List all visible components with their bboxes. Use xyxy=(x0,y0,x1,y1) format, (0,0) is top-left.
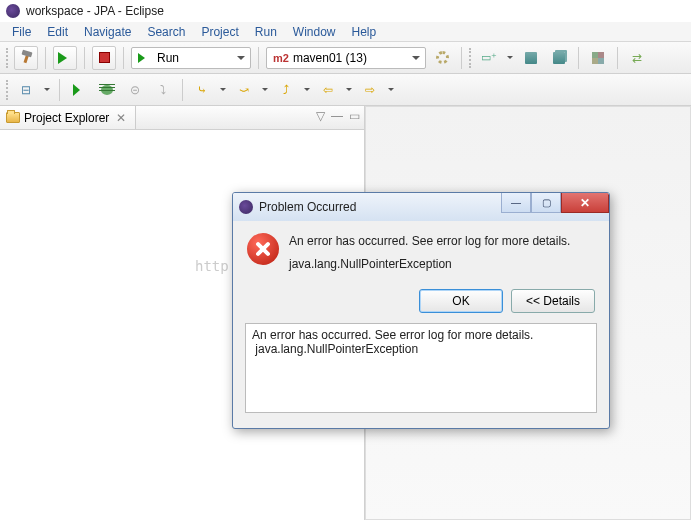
separator xyxy=(59,79,60,101)
dialog-titlebar[interactable]: Problem Occurred — ▢ ✕ xyxy=(233,193,609,221)
step-over-button[interactable]: ⤻ xyxy=(232,78,256,102)
dialog-problem-occurred: Problem Occurred — ▢ ✕ An error has occu… xyxy=(232,192,610,429)
minimize-button[interactable]: — xyxy=(501,193,531,213)
menu-file[interactable]: File xyxy=(4,23,39,41)
dropdown-arrow-icon[interactable] xyxy=(302,79,312,101)
dropdown-arrow-icon[interactable] xyxy=(344,79,354,101)
forward-button[interactable]: ⇨ xyxy=(358,78,382,102)
close-button[interactable]: ✕ xyxy=(561,193,609,213)
launch-config-label: maven01 (13) xyxy=(293,51,367,65)
expand-button[interactable]: ⊟ xyxy=(14,78,38,102)
dialog-body: An error has occurred. See error log for… xyxy=(233,221,609,283)
dropdown-arrow-icon[interactable] xyxy=(260,79,270,101)
menu-navigate[interactable]: Navigate xyxy=(76,23,139,41)
step-into-icon: ⤷ xyxy=(197,83,207,97)
run-config-gear[interactable] xyxy=(430,46,454,70)
menu-project[interactable]: Project xyxy=(193,23,246,41)
ok-button[interactable]: OK xyxy=(419,289,503,313)
tab-label: Project Explorer xyxy=(24,111,109,125)
terminate-button[interactable]: ⊝ xyxy=(123,78,147,102)
save-all-icon xyxy=(553,52,565,64)
debug-button[interactable] xyxy=(95,78,119,102)
build-button[interactable] xyxy=(14,46,38,70)
step-return-button[interactable]: ⤴ xyxy=(274,78,298,102)
back-button[interactable]: ⇦ xyxy=(316,78,340,102)
eclipse-icon xyxy=(239,200,253,214)
menu-search[interactable]: Search xyxy=(139,23,193,41)
separator xyxy=(84,47,85,69)
menu-run[interactable]: Run xyxy=(247,23,285,41)
window-title: workspace - JPA - Eclipse xyxy=(26,4,164,18)
run-button[interactable] xyxy=(53,46,77,70)
details-textarea[interactable] xyxy=(245,323,597,413)
minimize-icon[interactable]: — xyxy=(331,109,343,123)
run-icon xyxy=(138,53,151,63)
new-button[interactable]: ▭⁺ xyxy=(477,46,501,70)
launch-config-dropdown[interactable]: m2 maven01 (13) xyxy=(266,47,426,69)
gear-icon xyxy=(436,51,449,64)
dropdown-arrow-icon[interactable] xyxy=(218,79,228,101)
separator xyxy=(182,79,183,101)
step-into-button[interactable]: ⤷ xyxy=(190,78,214,102)
link-button[interactable]: ⇄ xyxy=(625,46,649,70)
link-icon: ⇄ xyxy=(632,51,642,65)
details-button[interactable]: << Details xyxy=(511,289,595,313)
dialog-message: An error has occurred. See error log for… xyxy=(289,233,595,273)
run-mode-label: Run xyxy=(157,51,179,65)
disconnect-icon: ⤵ xyxy=(160,83,166,97)
window-titlebar: workspace - JPA - Eclipse xyxy=(0,0,691,22)
new-icon: ▭⁺ xyxy=(481,51,497,64)
forward-icon: ⇨ xyxy=(365,83,375,97)
error-icon xyxy=(247,233,279,265)
dropdown-arrow-icon[interactable] xyxy=(505,47,515,69)
view-tabbar: Project Explorer ✕ ▽ — ▭ xyxy=(0,106,364,130)
dialog-window-buttons: — ▢ ✕ xyxy=(501,193,609,221)
hammer-icon xyxy=(20,51,33,64)
separator xyxy=(258,47,259,69)
view-controls: ▽ — ▭ xyxy=(316,109,360,123)
grid-icon xyxy=(592,52,604,64)
step-over-icon: ⤻ xyxy=(239,83,249,97)
toolbar-main: Run m2 maven01 (13) ▭⁺ ⇄ xyxy=(0,42,691,74)
dropdown-arrow-icon[interactable] xyxy=(42,79,52,101)
dialog-message-line2: java.lang.NullPointerException xyxy=(289,256,595,273)
dialog-title: Problem Occurred xyxy=(259,200,501,214)
save-icon xyxy=(525,52,537,64)
menubar: File Edit Navigate Search Project Run Wi… xyxy=(0,22,691,42)
maximize-icon[interactable]: ▭ xyxy=(349,109,360,123)
separator xyxy=(617,47,618,69)
toolbar-grip[interactable] xyxy=(6,80,10,100)
menu-window[interactable]: Window xyxy=(285,23,344,41)
stop-button[interactable] xyxy=(92,46,116,70)
eclipse-icon xyxy=(6,4,20,18)
back-icon: ⇦ xyxy=(323,83,333,97)
folder-icon xyxy=(6,112,20,123)
maximize-button[interactable]: ▢ xyxy=(531,193,561,213)
save-button[interactable] xyxy=(519,46,543,70)
stop-icon xyxy=(99,52,110,63)
separator xyxy=(45,47,46,69)
separator xyxy=(578,47,579,69)
dropdown-arrow-icon[interactable] xyxy=(386,79,396,101)
resume-button[interactable] xyxy=(67,78,91,102)
menu-help[interactable]: Help xyxy=(344,23,385,41)
separator xyxy=(461,47,462,69)
terminate-icon: ⊝ xyxy=(130,83,140,97)
toolbar-secondary: ⊟ ⊝ ⤵ ⤷ ⤻ ⤴ ⇦ ⇨ xyxy=(0,74,691,106)
toolbar-grip[interactable] xyxy=(469,48,473,68)
view-menu-icon[interactable]: ▽ xyxy=(316,109,325,123)
toolbar-grip[interactable] xyxy=(6,48,10,68)
menu-edit[interactable]: Edit xyxy=(39,23,76,41)
save-all-button[interactable] xyxy=(547,46,571,70)
toggle-icon: ⊟ xyxy=(21,83,31,97)
run-mode-dropdown[interactable]: Run xyxy=(131,47,251,69)
tab-project-explorer[interactable]: Project Explorer ✕ xyxy=(0,106,136,129)
separator xyxy=(123,47,124,69)
dialog-message-line1: An error has occurred. See error log for… xyxy=(289,233,595,250)
disconnect-button[interactable]: ⤵ xyxy=(151,78,175,102)
bug-icon xyxy=(101,85,113,95)
dialog-details-pane xyxy=(245,323,597,416)
perspective-button[interactable] xyxy=(586,46,610,70)
dialog-buttons: OK << Details xyxy=(233,283,609,323)
close-icon[interactable]: ✕ xyxy=(113,111,129,125)
